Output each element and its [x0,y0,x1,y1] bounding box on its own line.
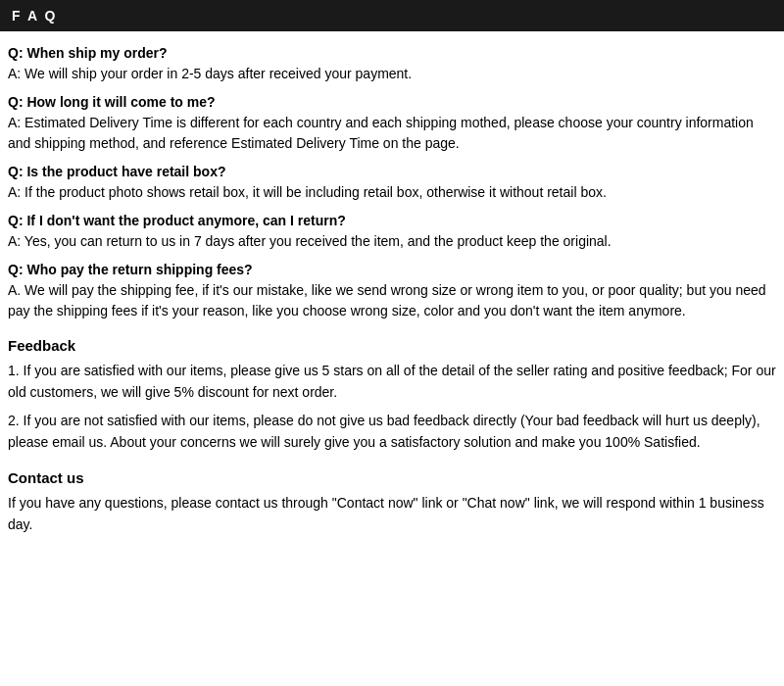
faq-header: F A Q [0,0,784,31]
qa-item-1: Q: When ship my order? A: We will ship y… [8,45,776,84]
contact-section: Contact us If you have any questions, pl… [8,469,776,536]
answer-5: A. We will pay the shipping fee, if it's… [8,280,776,321]
contact-text: If you have any questions, please contac… [8,492,776,536]
feedback-section: Feedback 1. If you are satisfied with ou… [8,337,776,454]
question-1: Q: When ship my order? [8,45,776,61]
question-4: Q: If I don't want the product anymore, … [8,213,776,228]
faq-list: Q: When ship my order? A: We will ship y… [8,45,776,321]
feedback-point1: 1. If you are satisfied with our items, … [8,360,776,404]
faq-title: F A Q [12,8,57,24]
qa-item-5: Q: Who pay the return shipping fees? A. … [8,262,776,321]
qa-item-4: Q: If I don't want the product anymore, … [8,213,776,252]
feedback-title: Feedback [8,337,776,354]
answer-4: A: Yes, you can return to us in 7 days a… [8,231,776,252]
content-area: Q: When ship my order? A: We will ship y… [0,41,784,539]
question-5: Q: Who pay the return shipping fees? [8,262,776,277]
answer-3: A: If the product photo shows retail box… [8,182,776,203]
question-3: Q: Is the product have retail box? [8,164,776,179]
qa-item-2: Q: How long it will come to me? A: Estim… [8,94,776,154]
answer-2: A: Estimated Delivery Time is different … [8,113,776,154]
question-2: Q: How long it will come to me? [8,94,776,110]
answer-1: A: We will ship your order in 2-5 days a… [8,64,776,84]
contact-title: Contact us [8,469,776,486]
qa-item-3: Q: Is the product have retail box? A: If… [8,164,776,203]
feedback-point2: 2. If you are not satisfied with our ite… [8,410,776,454]
